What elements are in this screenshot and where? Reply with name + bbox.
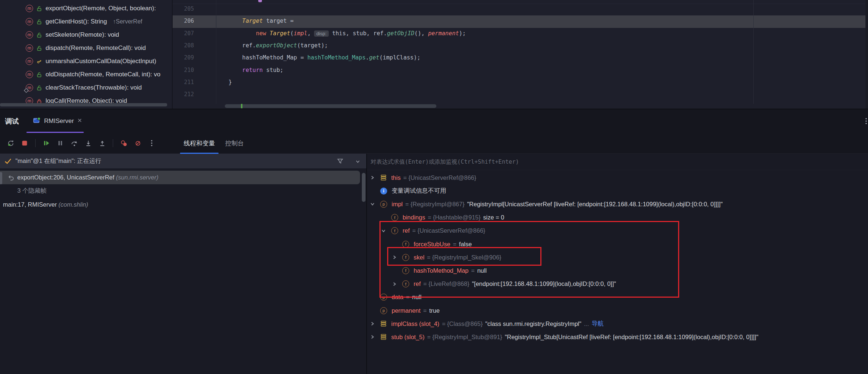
- thread-selector-dropdown[interactable]: "main"@1 在组"main": 正在运行: [0, 154, 366, 169]
- tab-线程和变量[interactable]: 线程和变量: [179, 133, 220, 154]
- toolbar-separator: [35, 139, 36, 147]
- variable-value: = {Class@865}: [442, 320, 483, 327]
- member-item[interactable]: m getClientHost(): String↑ServerRef: [0, 15, 172, 28]
- more-button[interactable]: [145, 137, 158, 149]
- member-item[interactable]: m unmarshalCustomCallData(ObjectInput): [0, 55, 172, 68]
- member-list-scrollbar[interactable]: [0, 103, 167, 106]
- variable-name: bindings: [403, 214, 425, 221]
- frame-label: 3 个隐藏帧: [17, 187, 47, 195]
- pause-button[interactable]: [54, 137, 66, 149]
- tree-chevron-icon[interactable]: [381, 229, 386, 233]
- debug-window-title: 调试: [5, 109, 19, 133]
- line-number[interactable]: 208: [173, 40, 194, 52]
- line-number[interactable]: 209: [173, 52, 194, 64]
- tab-控制台[interactable]: 控制台: [220, 133, 249, 154]
- line-number[interactable]: 206: [173, 15, 194, 27]
- variable-row[interactable]: fref= {LiveRef@868} "[endpoint:[192.168.…: [367, 277, 868, 291]
- method-icon: m: [26, 84, 33, 91]
- debug-session-tab[interactable]: RMIServer: [29, 109, 87, 133]
- tree-chevron-icon[interactable]: [392, 255, 397, 259]
- tree-chevron-icon[interactable]: [370, 202, 375, 206]
- diamond-overlay-icon: [24, 88, 29, 93]
- variable-name: impl: [392, 201, 403, 208]
- variable-row[interactable]: fhashToMethod_Map= null: [367, 264, 868, 277]
- stack-frame-row[interactable]: exportObject:206, UnicastServerRef (sun.…: [0, 171, 366, 184]
- rerun-button[interactable]: [4, 137, 17, 149]
- variable-row[interactable]: pdata= null: [367, 291, 868, 304]
- tree-chevron-icon[interactable]: [392, 282, 397, 286]
- line-number[interactable]: 212: [173, 88, 194, 101]
- resume-icon: [43, 140, 50, 146]
- variable-row[interactable]: fskel= {RegistryImpl_Skel@906}: [367, 251, 868, 264]
- lock-open-icon: [37, 46, 42, 51]
- mute-breakpoints-icon: [134, 140, 141, 147]
- tree-chevron-icon[interactable]: [370, 322, 375, 326]
- step-into-button[interactable]: [82, 137, 94, 149]
- variable-row[interactable]: i变量调试信息不可用: [367, 184, 868, 197]
- evaluate-expression-bar[interactable]: 对表达式求值(Enter)或添加监视(Ctrl+Shift+Enter): [367, 154, 868, 170]
- step-out-button[interactable]: [96, 137, 108, 149]
- tool-window-options-icon[interactable]: [865, 117, 868, 126]
- chev-d-icon: [370, 202, 375, 206]
- debugger-view-tabs: 线程和变量控制台: [179, 133, 249, 154]
- tree-chevron-icon[interactable]: [370, 175, 375, 180]
- parameter-icon: p: [380, 294, 387, 301]
- filter-icon[interactable]: [337, 158, 343, 166]
- resume-button[interactable]: [40, 137, 53, 149]
- variable-value: = {RegistryImpl@867}: [405, 201, 464, 208]
- field-icon: f: [391, 227, 398, 234]
- stack-frame-row[interactable]: 3 个隐藏帧: [0, 184, 366, 198]
- frame-package: (sun.rmi.server): [116, 174, 159, 181]
- kebab-icon: [865, 117, 868, 125]
- variable-name: ref: [403, 227, 410, 234]
- view-breakpoints-button[interactable]: [118, 137, 130, 149]
- line-number[interactable]: 211: [173, 76, 194, 88]
- lock-open-icon: [37, 72, 42, 77]
- chev-r-icon: [370, 335, 375, 339]
- variable-row[interactable]: this= {UnicastServerRef@866}: [367, 171, 868, 184]
- variable-name: ref: [414, 280, 421, 287]
- line-number[interactable]: 205: [173, 3, 194, 15]
- member-item[interactable]: m oldDispatch(Remote, RemoteCall, int): …: [0, 68, 172, 81]
- member-item[interactable]: m setSkeleton(Remote): void: [0, 28, 172, 41]
- debug-header: 调试 RMIServer: [0, 109, 868, 133]
- step-over-button[interactable]: [68, 137, 80, 149]
- frames-scrollbar[interactable]: [362, 173, 365, 202]
- variable-value: size = 0: [483, 214, 504, 221]
- line-number[interactable]: 210: [173, 64, 194, 76]
- member-item[interactable]: m dispatch(Remote, RemoteCall): void: [0, 41, 172, 55]
- stop-button[interactable]: [18, 137, 31, 149]
- navigate-link[interactable]: 导航: [591, 320, 604, 328]
- member-label: dispatch(Remote, RemoteCall): void: [46, 44, 146, 52]
- field-icon: f: [402, 267, 409, 274]
- line-number[interactable]: 207: [173, 28, 194, 40]
- variable-row[interactable]: stub (slot_5)= {RegistryImpl_Stub@891} "…: [367, 330, 868, 344]
- tree-chevron-icon[interactable]: [370, 335, 375, 339]
- mute-breakpoints-button[interactable]: [132, 137, 144, 149]
- variable-value: null: [477, 267, 487, 274]
- variable-row[interactable]: fbindings= {Hashtable@915} size = 0: [367, 211, 868, 224]
- tabwin-icon: [33, 117, 41, 124]
- variable-row[interactable]: fref= {UnicastServerRef@866}: [367, 224, 868, 237]
- method-icon: m: [26, 18, 33, 25]
- member-item[interactable]: m exportObject(Remote, Object, boolean):: [0, 2, 172, 15]
- member-item[interactable]: m clearStackTraces(Throwable): void: [0, 81, 172, 94]
- variable-row[interactable]: implClass (slot_4)= {Class@865} "class s…: [367, 317, 868, 330]
- variable-value: = {RegistryImpl_Skel@906}: [427, 254, 501, 261]
- variable-value: false: [459, 241, 472, 248]
- variable-value: "[endpoint:[192.168.48.1:1099](local),ob…: [472, 280, 616, 287]
- method-icon: m: [26, 5, 33, 12]
- variable-name: implClass (slot_4): [391, 320, 439, 327]
- variable-name: data: [392, 294, 403, 301]
- variable-row[interactable]: pimpl= {RegistryImpl@867} "RegistryImpl[…: [367, 197, 868, 211]
- chevron-down-icon[interactable]: [355, 159, 360, 166]
- variable-name: this: [391, 174, 401, 181]
- close-icon[interactable]: [77, 118, 82, 124]
- stack-frame-row[interactable]: main:17, RMIServer (com.shlin): [0, 198, 366, 211]
- variable-row[interactable]: ppermanent= true: [367, 304, 868, 317]
- stack-icon: [380, 175, 387, 181]
- editor-horizontal-scrollbar[interactable]: [225, 104, 436, 108]
- variable-row[interactable]: fforceStubUse= false: [367, 237, 868, 251]
- field-icon: f: [402, 241, 409, 248]
- parameter-icon: p: [380, 201, 387, 208]
